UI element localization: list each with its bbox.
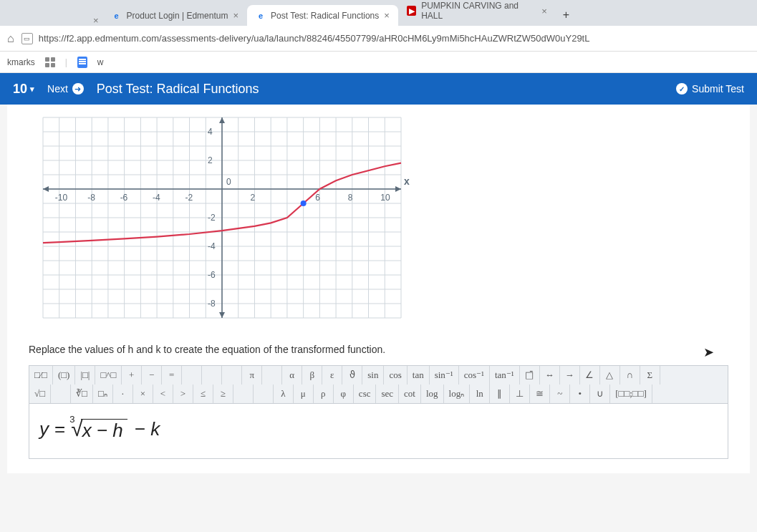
toolbar-button[interactable]: □⁄□ <box>29 366 53 385</box>
url-text: https://f2.app.edmentum.com/assessments-… <box>39 33 590 44</box>
svg-marker-40 <box>395 186 401 192</box>
svg-text:2: 2 <box>250 193 255 203</box>
toolbar-button[interactable]: π <box>242 366 262 385</box>
toolbar-button[interactable]: > <box>173 385 193 403</box>
apps-grid-icon[interactable] <box>45 57 55 67</box>
tab-label: Post Test: Radical Functions <box>271 11 379 21</box>
toolbar-button[interactable]: ≤ <box>193 385 213 403</box>
close-icon[interactable]: × <box>93 15 99 26</box>
toolbar-button[interactable]: φ <box>334 385 354 403</box>
toolbar-button[interactable]: ρ <box>314 385 334 403</box>
close-icon[interactable]: × <box>384 10 390 21</box>
toolbar-button[interactable]: ∛□ <box>71 385 93 403</box>
submit-test-button[interactable]: ✓ Submit Test <box>676 83 744 95</box>
toolbar-button[interactable]: □^□ <box>95 366 122 385</box>
chevron-down-icon: ▾ <box>30 84 34 94</box>
toolbar-button[interactable]: ~ <box>550 385 570 403</box>
next-button[interactable]: Next ➜ <box>47 83 84 95</box>
site-info-icon[interactable]: ▭ <box>21 33 33 44</box>
toolbar-button[interactable]: α <box>282 366 302 385</box>
toolbar-button[interactable]: sin⁻¹ <box>430 366 459 385</box>
new-tab-button[interactable]: + <box>556 4 577 26</box>
youtube-favicon: ▶ <box>407 6 416 16</box>
toolbar-button[interactable]: ∪ <box>590 385 610 403</box>
toolbar-button[interactable]: sec <box>376 385 399 403</box>
bookmarks-label: kmarks <box>7 57 35 67</box>
bookmark-item[interactable]: w <box>97 57 104 67</box>
toolbar-button[interactable]: logₙ <box>444 385 471 403</box>
doc-icon[interactable] <box>77 57 87 68</box>
close-icon[interactable]: × <box>541 6 547 16</box>
question-number-dropdown[interactable]: 10 ▾ <box>13 82 34 97</box>
toolbar-button[interactable] <box>182 366 202 385</box>
toolbar-button[interactable]: • <box>570 385 590 403</box>
toolbar-button[interactable]: (□) <box>53 366 76 385</box>
toolbar-button[interactable]: csc <box>354 385 377 403</box>
svg-text:4: 4 <box>208 127 213 137</box>
toolbar-button[interactable]: ε <box>322 366 342 385</box>
toolbar-button[interactable]: μ <box>294 385 314 403</box>
svg-text:-6: -6 <box>208 270 216 280</box>
toolbar-button[interactable]: □ₙ <box>93 385 113 403</box>
browser-tab-bar: × e Product Login | Edmentum × e Post Te… <box>0 0 757 26</box>
page-title: Post Test: Radical Functions <box>97 82 663 97</box>
close-icon[interactable]: × <box>233 10 238 21</box>
toolbar-button[interactable]: √□ <box>29 385 51 403</box>
url-box[interactable]: ▭ https://f2.app.edmentum.com/assessment… <box>21 33 750 44</box>
toolbar-button[interactable]: → <box>560 366 580 385</box>
svg-text:10: 10 <box>380 193 390 203</box>
toolbar-button[interactable]: cos⁻¹ <box>459 366 490 385</box>
toolbar-button[interactable]: ≅ <box>530 385 550 403</box>
toolbar-button[interactable]: ⊥ <box>510 385 530 403</box>
toolbar-button[interactable] <box>202 366 222 385</box>
toolbar-button[interactable]: ϑ <box>342 366 362 385</box>
toolbar-button[interactable]: ln <box>470 385 490 403</box>
svg-marker-41 <box>43 186 49 192</box>
toolbar-button[interactable]: □̄ <box>520 366 540 385</box>
home-icon[interactable]: ⌂ <box>7 32 14 45</box>
toolbar-button[interactable]: β <box>302 366 322 385</box>
toolbar-button[interactable]: log <box>421 385 444 403</box>
toolbar-button[interactable] <box>254 385 274 403</box>
toolbar-button[interactable]: = <box>162 366 182 385</box>
svg-text:-4: -4 <box>153 193 160 203</box>
bookmarks-bar: kmarks | w <box>0 52 757 73</box>
toolbar-button[interactable]: + <box>122 366 142 385</box>
tab-post-test[interactable]: e Post Test: Radical Functions × <box>247 5 398 26</box>
question-content: x-10-8-6-4-22681042-2-4-6-80 Replace the… <box>7 105 750 473</box>
tab-pumpkin[interactable]: ▶ PUMPKIN CARVING and HALL × <box>398 0 556 26</box>
question-prompt: Replace the values of h and k to create … <box>29 344 728 355</box>
svg-text:-8: -8 <box>208 299 216 309</box>
toolbar-button[interactable]: ∩ <box>620 366 640 385</box>
svg-text:x: x <box>404 175 410 187</box>
toolbar-button[interactable]: < <box>153 385 173 403</box>
toolbar-button[interactable]: − <box>142 366 162 385</box>
toolbar-button[interactable]: ∥ <box>490 385 510 403</box>
toolbar-button[interactable]: Σ <box>640 366 660 385</box>
toolbar-button[interactable]: · <box>113 385 133 403</box>
toolbar-button[interactable]: × <box>133 385 153 403</box>
svg-point-61 <box>301 200 307 206</box>
toolbar-button[interactable] <box>233 385 254 403</box>
svg-text:2: 2 <box>208 155 213 165</box>
edmentum-favicon: e <box>256 11 266 21</box>
toolbar-button[interactable]: ↔ <box>540 366 560 385</box>
toolbar-button[interactable]: cot <box>399 385 421 403</box>
toolbar-button[interactable]: tan⁻¹ <box>490 366 520 385</box>
tab-product-login[interactable]: e Product Login | Edmentum × <box>103 5 247 26</box>
math-toolbar: □⁄□(□)|□|□^□+−=παβεϑsincostansin⁻¹cos⁻¹t… <box>29 365 728 404</box>
toolbar-button[interactable]: cos <box>384 366 407 385</box>
toolbar-button[interactable]: △ <box>600 366 620 385</box>
toolbar-button[interactable]: tan <box>408 366 430 385</box>
toolbar-button[interactable] <box>222 366 242 385</box>
toolbar-button[interactable]: ∠ <box>580 366 600 385</box>
toolbar-button[interactable]: ≥ <box>213 385 233 403</box>
svg-marker-43 <box>219 312 225 318</box>
toolbar-button[interactable] <box>262 366 282 385</box>
toolbar-button[interactable]: λ <box>274 385 294 403</box>
toolbar-button[interactable]: sin <box>362 366 384 385</box>
toolbar-button[interactable]: [□□;□□] <box>610 385 652 403</box>
answer-input[interactable]: y = 3 √ x − h − k <box>29 404 728 459</box>
toolbar-button[interactable] <box>51 385 71 403</box>
toolbar-button[interactable]: |□| <box>75 366 95 385</box>
